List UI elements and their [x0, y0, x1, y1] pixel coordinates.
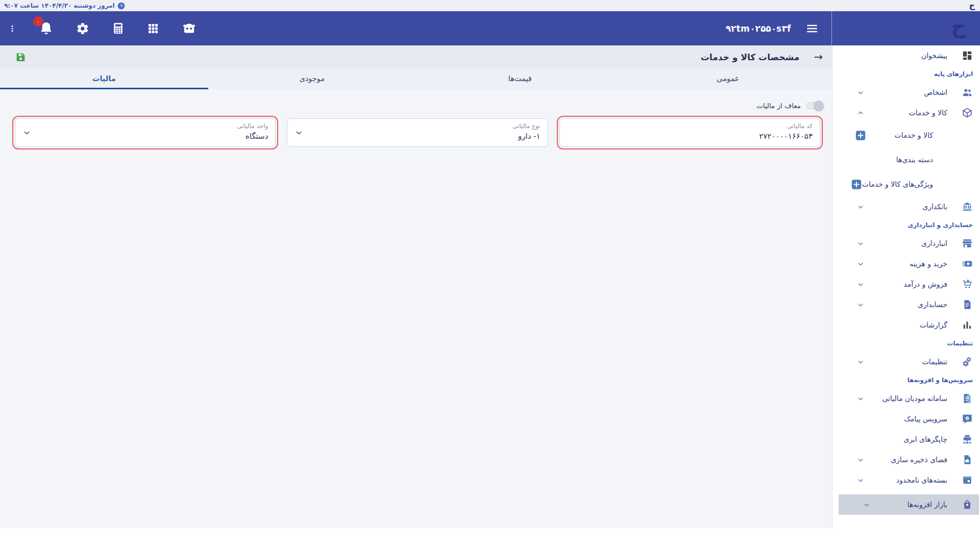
sidebar-item-reports[interactable]: گزارشات: [832, 315, 980, 335]
notification-badge: ۰: [33, 16, 43, 27]
tab-bar: عمومیقیمت‌هاموجودیمالیات: [0, 69, 832, 89]
sidebar-label: حسابداری و انبارداری: [908, 221, 973, 229]
apps-grid-icon-glyph: [147, 22, 159, 35]
sidebar-row-tail: [841, 89, 866, 96]
field-value: ۱- دارو: [295, 132, 540, 141]
sidebar-row-tail: [841, 130, 866, 141]
settings-gear-icon[interactable]: [76, 22, 89, 35]
datetime-text: امروز دوشنبه ۱۴۰۴/۴/۳۰ ساعت ۹:۰۷: [4, 2, 115, 9]
back-arrow-icon[interactable]: →: [814, 52, 823, 63]
field-value: ۲۷۲۰۰۰۰۱۶۶۰۵۳: [567, 132, 813, 141]
kebab-menu-icon-glyph: [8, 24, 16, 33]
sidebar-subitem-categories[interactable]: دسته بندی‌ها: [832, 147, 980, 172]
tax-code-field[interactable]: کد مالیاتی۲۷۲۰۰۰۰۱۶۶۰۵۳: [559, 118, 820, 147]
chevron-down-icon: [855, 89, 866, 96]
sidebar-item-addons-market[interactable]: بازار افزونه‌ها: [839, 494, 979, 515]
tab-tax[interactable]: مالیات: [0, 69, 208, 89]
cart-icon: [962, 279, 973, 290]
app-header: ۰ ۹۲tm۰۲۵۵۰s۳f ح: [0, 11, 980, 45]
tax-type-select[interactable]: نوع مالیاتی۱- دارو: [287, 118, 548, 147]
header-icon-group: ۰: [8, 11, 197, 45]
sidebar-item-banking[interactable]: بانکداری: [832, 196, 980, 217]
cloud-printer-icon: [962, 434, 973, 445]
sidebar-item-settings[interactable]: تنظیمات: [832, 352, 980, 372]
sidebar-label: سرویس‌ها و افزونه‌ها: [908, 377, 973, 384]
chevron-down-icon[interactable]: [22, 129, 31, 137]
sidebar-label: خرید و هزینه: [910, 260, 947, 268]
banknote-icon: [962, 258, 973, 269]
toggle-knob: [814, 101, 824, 111]
tab-general[interactable]: عمومی: [624, 69, 832, 89]
chevron-up-icon: [855, 109, 866, 117]
chevron-down-icon: [855, 456, 866, 464]
sidebar-label: اشخاص: [924, 88, 947, 96]
tax-exempt-toggle[interactable]: [806, 102, 823, 109]
chevron-down-icon: [855, 240, 866, 247]
header-right-group: ۹۲tm۰۲۵۵۰s۳f: [726, 11, 819, 45]
sidebar-label: تنظیمات: [922, 358, 947, 366]
calculator-icon[interactable]: [112, 22, 125, 35]
assistant-robot-icon[interactable]: [182, 21, 197, 36]
sidebar-section-basic-tools: ابزارهای پایه: [832, 66, 980, 82]
sidebar-row-tail: [847, 501, 872, 509]
notifications-bell-icon[interactable]: ۰: [39, 21, 54, 36]
sidebar-item-purchases[interactable]: خرید و هزینه: [832, 254, 980, 274]
tab-label: موجودی: [299, 74, 325, 83]
sidebar-label: بسته‌های نامحدود: [896, 476, 947, 484]
sidebar-item-storage-space[interactable]: فضای ذخیره سازی: [832, 449, 980, 470]
chevron-down-icon: [855, 203, 866, 211]
sidebar-row-tail: [841, 260, 866, 268]
tax-code-field-highlight-ring: کد مالیاتی۲۷۲۰۰۰۰۱۶۶۰۵۳: [557, 116, 823, 149]
field-value: دستگاه: [22, 132, 268, 141]
tab-stock[interactable]: موجودی: [208, 69, 416, 89]
tax-form: معاف از مالیات کد مالیاتی۲۷۲۰۰۰۰۱۶۶۰۵۳نو…: [0, 99, 832, 149]
tab-label: عمومی: [717, 74, 739, 83]
apps-grid-icon[interactable]: [147, 22, 159, 35]
sidebar-item-accounting[interactable]: حسابداری: [832, 294, 980, 315]
sidebar-label: پیشخوان: [921, 52, 947, 60]
storage-icon: [962, 454, 973, 465]
sidebar-item-cloud-printers[interactable]: چاپگرهای ابری: [832, 429, 980, 449]
sidebar-label: تنظیمات: [947, 340, 973, 347]
tab-label: قیمت‌ها: [508, 74, 532, 83]
tab-prices[interactable]: قیمت‌ها: [416, 69, 624, 89]
dashboard-icon: [962, 50, 973, 61]
sidebar-item-tax-payers-system[interactable]: سامانه مودیان مالیاتی: [832, 388, 980, 409]
sidebar-row-tail: [841, 281, 866, 288]
app-root: { "topbar": { "logo": "ح", "datetime": "…: [0, 0, 980, 551]
chevron-down-icon: [855, 281, 866, 288]
settings-gear-icon-glyph: [76, 22, 89, 35]
clock-icon: [117, 2, 125, 10]
sidebar-item-goods-services[interactable]: کالا و خدمات: [832, 103, 980, 123]
save-icon[interactable]: [15, 52, 26, 63]
chevron-down-icon: [855, 358, 866, 366]
tax-type-select-highlight-ring: نوع مالیاتی۱- دارو: [284, 116, 550, 149]
sidebar-item-contacts[interactable]: اشخاص: [832, 82, 980, 103]
footer-strip: [0, 528, 980, 551]
chevron-down-icon: [855, 301, 866, 309]
sidebar-item-dashboard[interactable]: پیشخوان: [832, 45, 980, 66]
hamburger-menu-icon[interactable]: [805, 22, 819, 35]
tax-unit-select[interactable]: واحد مالیاتیدستگاه: [15, 118, 276, 147]
sidebar-label: دسته بندی‌ها: [896, 156, 933, 164]
chevron-down-icon[interactable]: [295, 129, 303, 137]
bag-icon: [962, 499, 973, 510]
brand-logo-small: ح: [969, 0, 975, 11]
kebab-menu-icon[interactable]: [8, 24, 16, 33]
sidebar-subitem-product-attributes[interactable]: ویژگی‌های کالا و خدمات: [832, 172, 980, 196]
tax-exempt-label: معاف از مالیات: [756, 102, 801, 110]
sidebar-item-sms-service[interactable]: سرویس پیامک: [832, 409, 980, 429]
sidebar-item-sales[interactable]: فروش و درآمد: [832, 274, 980, 294]
sidebar-item-inventory[interactable]: انبارداری: [832, 233, 980, 254]
page-title: مشخصات کالا و خدمات: [701, 52, 800, 62]
sidebar-item-unlimited-packages[interactable]: بسته‌های نامحدود: [832, 470, 980, 490]
chevron-down-icon: [855, 477, 866, 484]
add-plus-icon[interactable]: [851, 179, 862, 190]
add-plus-icon[interactable]: [855, 130, 866, 141]
sidebar-subitem-goods-services[interactable]: کالا و خدمات: [832, 123, 980, 147]
assistant-robot-icon-glyph: [182, 21, 197, 36]
sms-icon: [962, 413, 973, 424]
brand-logo-large: ح: [951, 14, 966, 38]
sidebar-label: کالا و خدمات: [894, 131, 933, 139]
package-icon: [962, 474, 973, 486]
